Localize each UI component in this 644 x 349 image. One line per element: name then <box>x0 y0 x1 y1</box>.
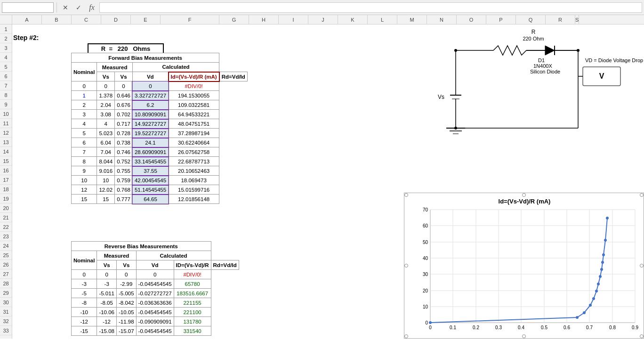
forward-row-12-col-0: 15 <box>72 195 97 204</box>
svg-point-69 <box>604 239 607 242</box>
reverse-row-0-col-1: 0 <box>97 270 117 279</box>
column-headers: ABCDEFGHIJKLMNOPQRS <box>0 15 644 24</box>
svg-point-21 <box>454 49 457 52</box>
grid-content[interactable]: Step #2: R = 220 Ohms Forward Bias Meas <box>12 24 644 339</box>
forward-row-1-col-0: 1 <box>72 91 97 100</box>
forward-row-0-divzero: #DIV/0! <box>169 81 219 91</box>
forward-row-2-col-4: 109.0322581 <box>169 100 219 110</box>
vd-label: VD = Diode Voltage Drop <box>585 57 643 63</box>
cancel-button[interactable]: ✕ <box>60 2 71 13</box>
forward-row-9-col-3: 37.55 <box>132 166 168 176</box>
row-num-8: 8 <box>0 90 12 100</box>
r-measured-header: Measured <box>97 251 136 260</box>
forward-row-9-col-1: 9.016 <box>97 166 115 176</box>
handle-br[interactable] <box>640 334 644 338</box>
svg-point-58 <box>429 321 432 324</box>
reverse-row-2-col-3: -0.027272727 <box>136 289 174 298</box>
row-num-21: 21 <box>0 213 12 222</box>
reverse-row-3-col-4: 221155 <box>174 298 211 308</box>
title-bar: Chart 2 ✕ ✓ fx <box>0 0 644 15</box>
row-num-13: 13 <box>0 138 12 147</box>
handle-bm[interactable] <box>522 334 526 338</box>
col-header-L: L <box>368 15 397 24</box>
forward-row-10-col-4: 18.069473 <box>169 176 219 185</box>
forward-row-6-col-4: 30.62240664 <box>169 138 219 147</box>
svg-text:0.5: 0.5 <box>541 325 547 330</box>
id-header: Id=(Vs-Vd)/R (mA) <box>169 72 219 81</box>
reverse-row-0-col-3: 0 <box>136 270 174 279</box>
handle-bl[interactable] <box>404 334 408 338</box>
col-header-G: G <box>219 15 249 24</box>
confirm-button[interactable]: ✓ <box>73 2 84 13</box>
row-num-7: 7 <box>0 81 12 90</box>
row-num-3: 3 <box>0 43 12 53</box>
svg-point-65 <box>599 275 602 278</box>
handle-ml[interactable] <box>404 264 408 268</box>
row-num-15: 15 <box>0 156 12 166</box>
forward-row-7-col-4: 26.07562758 <box>169 147 219 157</box>
svg-point-60 <box>583 311 586 314</box>
row-num-26: 26 <box>0 260 12 269</box>
row-num-10: 10 <box>0 109 12 119</box>
forward-row-8-col-3: 33.14545455 <box>132 157 168 166</box>
handle-tl[interactable] <box>404 193 408 197</box>
chart-svg: Id=(Vs-Vd)/R (mA) <box>404 193 644 339</box>
svg-point-16 <box>454 127 457 130</box>
reverse-row-1-col-1: -3 <box>97 279 117 289</box>
step2-label: Step #2: <box>13 34 39 41</box>
forward-row-11-col-3: 51.14545455 <box>132 185 168 195</box>
col-header-C: C <box>72 15 101 24</box>
svg-text:0.4: 0.4 <box>518 325 524 330</box>
svg-marker-17 <box>545 46 555 55</box>
forward-row-2-col-3: 6.2 <box>132 100 168 110</box>
forward-row-11-col-4: 15.01599716 <box>169 185 219 195</box>
handle-mr[interactable] <box>640 264 644 268</box>
forward-row-7-col-1: 7.04 <box>97 147 115 157</box>
row-num-32: 32 <box>0 317 12 326</box>
r-rd-header: Rd=Vd/Id <box>211 260 239 270</box>
svg-point-64 <box>597 283 600 285</box>
reverse-row-6-col-0: -15 <box>72 326 97 336</box>
chart-container[interactable]: Id=(Vs-Vd)/R (mA) <box>404 193 644 339</box>
reverse-row-2-col-1: -5.011 <box>97 289 117 298</box>
forward-row-6-col-1: 6.04 <box>97 138 115 147</box>
forward-row-0-col-1: 0 <box>97 81 115 91</box>
forward-row-4-col-3: 14.92272727 <box>132 119 168 129</box>
reverse-row-4-col-2: -10.05 <box>116 308 136 317</box>
row-num-2: 2 <box>0 34 12 43</box>
reverse-row-2-col-0: -5 <box>72 289 97 298</box>
forward-row-7-col-0: 7 <box>72 147 97 157</box>
r-calculated-header: Calculated <box>136 251 211 260</box>
reverse-row-5-col-3: -0.090909091 <box>136 317 174 326</box>
forward-row-8-col-2: 0.752 <box>115 157 133 166</box>
circuit-r-value: 220 Ohm <box>523 36 544 41</box>
row-num-12: 12 <box>0 128 12 138</box>
reverse-row-0-divzero: #DIV/0! <box>174 270 211 279</box>
svg-point-70 <box>606 217 609 219</box>
forward-row-6-col-2: 0.738 <box>115 138 133 147</box>
col-header-R: R <box>546 15 575 24</box>
reverse-bias-table: Reverse Bias Measurements Nominal Measur… <box>71 241 239 336</box>
reverse-row-6-col-1: -15.08 <box>97 326 117 336</box>
handle-tm[interactable] <box>522 193 526 197</box>
formula-input[interactable] <box>99 2 642 13</box>
name-box[interactable]: Chart 2 <box>2 2 54 13</box>
row-num-6: 6 <box>0 72 12 81</box>
reverse-row-1-col-0: -3 <box>72 279 97 289</box>
forward-row-7-col-2: 0.746 <box>115 147 133 157</box>
svg-point-67 <box>601 261 604 264</box>
row-num-20: 20 <box>0 203 12 213</box>
forward-row-7-col-3: 28.60909091 <box>132 147 168 157</box>
handle-tr[interactable] <box>640 193 644 197</box>
circuit-diagram: R 220 Ohm V <box>399 24 644 161</box>
forward-row-4-col-1: 4 <box>97 119 115 129</box>
row-num-28: 28 <box>0 279 12 288</box>
svg-text:0: 0 <box>429 325 432 330</box>
reverse-row-0-col-2: 0 <box>116 270 136 279</box>
row-num-14: 14 <box>0 147 12 156</box>
col-header-S: S <box>575 15 579 24</box>
svg-text:10: 10 <box>423 304 428 309</box>
formula-icon[interactable]: fx <box>86 2 97 13</box>
resistor-unit: Ohms <box>133 45 150 52</box>
row-num-5: 5 <box>0 62 12 72</box>
